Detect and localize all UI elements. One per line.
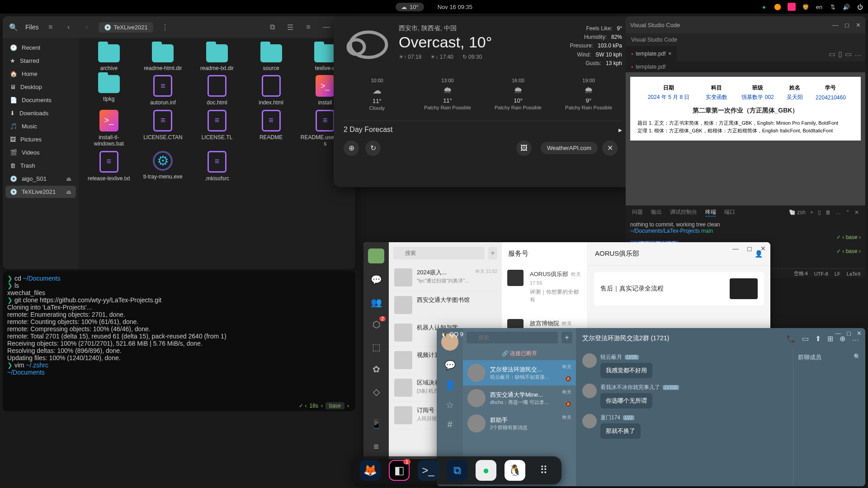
maximize-button[interactable]: ◻ — [846, 330, 851, 337]
qq-chat-item[interactable]: 艾尔登法环游民交...轻云蔽月：缺钱不如直接...昨天🔕 — [463, 360, 576, 385]
minimize-button[interactable]: — — [832, 22, 838, 28]
file-source[interactable]: source — [245, 44, 297, 71]
wechat-avatar[interactable] — [368, 249, 384, 263]
eject-icon[interactable]: ⏏ — [66, 188, 71, 195]
image-button[interactable]: 🖼 — [516, 141, 532, 156]
close-icon[interactable]: ✕ — [854, 209, 859, 216]
forecast-row[interactable]: 2 Day Forecast ▸ — [344, 121, 622, 134]
weather-api[interactable]: WeatherAPI.com — [541, 142, 598, 154]
tab-template-pdf[interactable]: ▪ template.pdf × — [626, 46, 677, 61]
maximize-button[interactable]: ◻ — [747, 245, 752, 252]
file-LICENSE.TL[interactable]: ≡LICENSE.TL — [191, 110, 243, 147]
sidebar-item-desktop[interactable]: 🖥Desktop — [5, 81, 76, 93]
more-icon[interactable]: … — [835, 209, 841, 216]
trash-icon[interactable]: 🗑 — [826, 209, 831, 216]
maximize-button[interactable]: ◻ — [844, 22, 849, 28]
service-item[interactable]: AORUS俱乐部昨天 17:55评测｜你想要的全都有 — [502, 265, 587, 308]
add-button[interactable]: + — [488, 247, 497, 259]
location-button[interactable]: ⊕ — [344, 141, 359, 156]
files-tab-icon[interactable]: ⬚ — [369, 341, 383, 353]
layout-icon[interactable]: ▭ — [829, 50, 835, 58]
layout-icon[interactable]: ▭ — [845, 50, 852, 58]
panel-tab[interactable]: 输出 — [651, 208, 662, 216]
panel-tab[interactable]: 调试控制台 — [670, 208, 697, 216]
forward-button[interactable]: › — [80, 21, 93, 33]
terminal-window[interactable]: ❯ cd ~/Documents❯ lsxwechat_files❯ git c… — [3, 271, 355, 411]
file-.mkisofsrc[interactable]: ≡.mkisofsrc — [191, 151, 243, 182]
close-button[interactable]: ✕ — [760, 245, 766, 252]
pdf-viewer[interactable]: 日期科目班级姓名学号 2024 年 5 月 8 日实变函数强基数学 002吴天阳… — [626, 72, 865, 205]
tray-icon-2[interactable] — [788, 3, 796, 11]
sidebar-item-downloads[interactable]: ⬇Downloads — [5, 107, 76, 119]
network-icon[interactable]: ⇅ — [829, 3, 836, 10]
chevron-up-icon[interactable]: ⌃ — [845, 209, 850, 216]
panel-tab[interactable]: 端口 — [724, 208, 735, 216]
more-icon[interactable]: … — [854, 50, 862, 58]
status-item[interactable]: LaTeX — [847, 271, 861, 277]
file-README[interactable]: ≡README — [245, 110, 297, 147]
qq-chat-item[interactable]: 西安交通大学Mine...dhchs：再提一嘴 可以拿...昨天🔕 — [463, 385, 576, 411]
sidebar-item-documents[interactable]: 📄Documents — [5, 94, 76, 106]
eject-icon[interactable]: ⏏ — [66, 175, 71, 182]
sidebar-item-videos[interactable]: 🎬Videos — [5, 146, 76, 159]
file-tlpkg[interactable]: tlpkg — [83, 75, 135, 106]
volume-icon[interactable]: 🔊 — [843, 3, 850, 10]
dock-terminal[interactable]: >_ — [418, 460, 439, 481]
dock-firefox[interactable]: 🦊 — [360, 460, 381, 481]
minimize-button[interactable]: — — [732, 245, 739, 252]
sidebar-item-trash[interactable]: 🗑Trash — [5, 160, 76, 172]
sidebar-item-home[interactable]: 🏠Home — [5, 68, 76, 80]
menu-tab-icon[interactable]: ≡ — [369, 440, 383, 453]
chat-item[interactable]: 西安交通大学图书馆 — [389, 291, 502, 319]
file-install-tl-windows.bat[interactable]: >_install-tl-windows.bat — [83, 110, 135, 147]
file-tl-tray-menu.exe[interactable]: tl-tray-menu.exe — [137, 151, 189, 182]
qq-message-list[interactable]: 轻云蔽月LV28我感觉都不好用看我冰不冰你就完事儿了LV100你选哪个无所谓厦门… — [576, 349, 793, 486]
moments-tab-icon[interactable]: ✿ — [369, 363, 383, 376]
share-icon[interactable]: ⬆ — [815, 334, 821, 343]
back-button[interactable]: ‹ — [62, 21, 75, 33]
dock-warp[interactable]: ◧1 — [389, 460, 410, 481]
mount-TeXLive2021[interactable]: 💿TeXLive2021⏏ — [5, 186, 76, 198]
file-index.html[interactable]: index.html — [245, 75, 297, 106]
sidebar-item-music[interactable]: 🎵Music — [5, 120, 76, 132]
mini-tab-icon[interactable]: ◇ — [369, 385, 383, 398]
add-terminal-icon[interactable]: + — [810, 209, 813, 216]
chat-item[interactable]: 2024嵌入..."lyc"通过扫描"刘奥泽"...昨天 21:02 — [389, 264, 502, 291]
apps-icon[interactable]: ⊞ — [827, 334, 833, 343]
status-item[interactable]: LF — [835, 271, 840, 277]
search-icon[interactable]: 🔍 — [854, 353, 861, 361]
layout-icon[interactable]: ▯ — [838, 50, 842, 58]
sidebar-item-recent[interactable]: 🕘Recent — [5, 42, 76, 54]
grid-icon[interactable]: # — [447, 419, 452, 430]
sidebar-item-starred[interactable]: ★Starred — [5, 55, 76, 67]
file-readme-txt.dir[interactable]: readme-txt.dir — [191, 44, 243, 71]
sidebar-toggle-icon[interactable]: ≡ — [44, 21, 57, 33]
panel-tab[interactable]: 问题 — [632, 208, 643, 216]
tray-icon-1[interactable]: 🟠 — [774, 3, 781, 10]
add-button[interactable]: + — [561, 332, 572, 343]
close-button[interactable]: ✕ — [856, 22, 861, 28]
weather-pill[interactable]: ☁ 10° — [396, 3, 424, 11]
qq-search-input[interactable] — [467, 332, 558, 343]
wechat-tray-icon[interactable]: ● — [760, 3, 768, 10]
hamburger-icon[interactable]: ≡ — [302, 21, 315, 33]
refresh-button[interactable]: ↻ — [365, 141, 381, 156]
file-readme-html.dir[interactable]: readme-html.dir — [137, 44, 189, 71]
file-archive[interactable]: archive — [83, 44, 135, 71]
dock-apps[interactable]: ⠿ — [533, 460, 554, 481]
sidebar-item-pictures[interactable]: 🖼Pictures — [5, 133, 76, 145]
promo-card[interactable]: 售后｜真实记录全流程 — [594, 272, 764, 305]
new-tab-icon[interactable]: ⧉ — [266, 21, 278, 33]
view-icon[interactable]: ☰ — [284, 21, 297, 33]
split-icon[interactable]: ▯ — [818, 209, 821, 216]
minimize-button[interactable]: — — [835, 330, 841, 337]
file-autorun.inf[interactable]: ≡autorun.inf — [137, 75, 189, 106]
chat-icon[interactable]: 💬 — [444, 360, 456, 371]
status-item[interactable]: 空格:4 — [794, 270, 808, 277]
contacts-icon[interactable]: 👤 — [444, 380, 456, 390]
tray-icon-3[interactable]: 🦁 — [802, 3, 809, 10]
minimize-button[interactable]: — — [320, 21, 333, 33]
power-icon[interactable]: ⏻ — [856, 3, 863, 10]
dock-wechat[interactable]: ● — [476, 460, 496, 481]
status-item[interactable]: UTF-8 — [814, 271, 828, 277]
